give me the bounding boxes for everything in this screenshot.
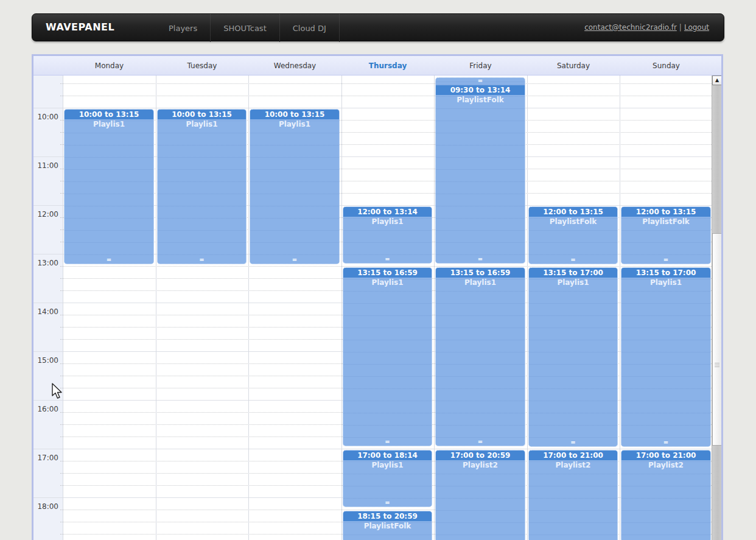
- scrollbar[interactable]: ▲: [712, 75, 721, 540]
- resize-handle-bottom[interactable]: =: [621, 258, 710, 263]
- resize-handle-bottom[interactable]: =: [158, 258, 246, 263]
- event-title: Playlist2: [436, 461, 525, 469]
- calendar-event[interactable]: 13:15 to 17:00Playlis1=: [528, 267, 618, 447]
- event-title: Playlis1: [65, 120, 153, 128]
- resize-handle-bottom[interactable]: =: [529, 258, 617, 263]
- calendar-event[interactable]: 17:00 to 21:00Playlist2=: [528, 450, 618, 540]
- event-title: Playlis1: [436, 278, 525, 287]
- event-time-range: 17:00 to 21:00: [621, 451, 710, 460]
- calendar-event[interactable]: 12:00 to 13:15PlaylistFolk=: [528, 206, 618, 264]
- wavepanel-app: WAVEPANEL Players SHOUTcast Cloud DJ con…: [0, 0, 756, 540]
- event-time-range: 13:15 to 16:59: [343, 268, 432, 278]
- nav-item-clouddj[interactable]: Cloud DJ: [280, 14, 340, 42]
- calendar-event[interactable]: 10:00 to 13:15Playlis1=: [157, 109, 247, 264]
- calendar-event[interactable]: 13:15 to 16:59Playlis1=: [343, 267, 432, 446]
- event-time-range: 09:30 to 13:14: [436, 85, 525, 95]
- calendar-grid: 10:0011:0012:0013:0014:0015:0016:0017:00…: [33, 75, 721, 540]
- logout-link[interactable]: Logout: [684, 23, 709, 32]
- event-time-range: 17:00 to 20:59: [436, 451, 525, 460]
- day-header-wednesday: Wednesday: [248, 56, 341, 75]
- calendar-event[interactable]: 12:00 to 13:14Playlis1=: [343, 206, 432, 264]
- time-label: 11:00: [33, 161, 58, 170]
- event-title: Playlis1: [250, 120, 339, 128]
- day-header-sunday: Sunday: [620, 56, 713, 75]
- account-separator: |: [677, 23, 684, 32]
- nav-item-players[interactable]: Players: [156, 14, 211, 42]
- event-title: Playlist2: [529, 461, 617, 469]
- time-label: 15:00: [33, 356, 58, 365]
- main-nav: Players SHOUTcast Cloud DJ: [156, 14, 340, 42]
- nav-item-shoutcast[interactable]: SHOUTcast: [211, 14, 280, 42]
- resize-handle-bottom[interactable]: =: [250, 258, 339, 263]
- day-header-thursday: Thursday: [341, 56, 434, 75]
- calendar-event[interactable]: 10:00 to 13:15Playlis1=: [250, 109, 340, 264]
- event-title: Playlis1: [529, 278, 617, 287]
- event-time-range: 13:15 to 17:00: [529, 268, 617, 278]
- event-time-range: 17:00 to 18:14: [343, 451, 432, 460]
- event-time-range: 10:00 to 13:15: [158, 110, 246, 119]
- resize-handle-top[interactable]: =: [436, 78, 525, 85]
- day-header-monday: Monday: [63, 56, 156, 75]
- event-time-range: 12:00 to 13:14: [343, 207, 432, 217]
- scrollbar-thumb[interactable]: [712, 233, 721, 446]
- resize-handle-bottom[interactable]: =: [621, 440, 710, 446]
- time-label: 13:00: [33, 259, 58, 267]
- scrollbar-grip: [715, 363, 719, 368]
- top-navigation-bar: WAVEPANEL Players SHOUTcast Cloud DJ con…: [32, 13, 724, 41]
- day-header-row: MondayTuesdayWednesdayThursdayFridaySatu…: [33, 56, 721, 75]
- event-title: Playlis1: [158, 120, 246, 128]
- event-time-range: 12:00 to 13:15: [621, 207, 710, 217]
- resize-handle-bottom[interactable]: =: [343, 257, 432, 262]
- calendar-event[interactable]: 17:00 to 20:59Playlist2=: [435, 450, 525, 540]
- event-title: Playlis1: [343, 217, 432, 226]
- time-label: 16:00: [33, 405, 58, 413]
- scroll-up-button[interactable]: ▲: [712, 75, 721, 85]
- event-time-range: 13:15 to 17:00: [621, 268, 710, 278]
- calendar-event[interactable]: =09:30 to 13:14PlaylistFolk=: [435, 77, 525, 264]
- event-title: Playlis1: [343, 278, 432, 287]
- event-time-range: 17:00 to 21:00: [529, 451, 617, 460]
- resize-handle-bottom[interactable]: =: [65, 258, 153, 263]
- event-time-range: 12:00 to 13:15: [529, 207, 617, 217]
- calendar-event[interactable]: 10:00 to 13:15Playlis1=: [64, 109, 154, 264]
- day-header-tuesday: Tuesday: [156, 56, 248, 75]
- nav-link-shoutcast[interactable]: SHOUTcast: [223, 24, 267, 33]
- resize-handle-bottom[interactable]: =: [343, 500, 432, 506]
- nav-link-players[interactable]: Players: [169, 24, 197, 33]
- time-label: 17:00: [33, 454, 58, 462]
- account-email-link[interactable]: contact@technic2radio.fr: [584, 23, 677, 32]
- event-time-range: 10:00 to 13:15: [250, 110, 339, 119]
- event-time-range: 10:00 to 13:15: [65, 110, 153, 119]
- event-title: Playlis1: [343, 461, 432, 469]
- event-title: Playlis1: [621, 278, 710, 287]
- resize-handle-bottom[interactable]: =: [436, 257, 525, 262]
- time-label: 14:00: [33, 307, 58, 316]
- time-label: 10:00: [33, 113, 58, 121]
- calendar-event[interactable]: 12:00 to 13:15PlaylistFolk=: [621, 206, 711, 264]
- account-area: contact@technic2radio.fr|Logout: [584, 14, 709, 41]
- event-time-range: 13:15 to 16:59: [436, 268, 525, 278]
- mouse-cursor: [51, 383, 63, 401]
- event-title: PlaylistFolk: [621, 217, 710, 226]
- day-header-saturday: Saturday: [527, 56, 620, 75]
- calendar-event[interactable]: 18:15 to 20:59PlaylistFolk=: [343, 511, 432, 540]
- resize-handle-bottom[interactable]: =: [529, 440, 617, 446]
- time-label: 12:00: [33, 210, 58, 219]
- calendar-event[interactable]: 13:15 to 16:59Playlis1=: [435, 267, 525, 446]
- calendar-event[interactable]: 17:00 to 21:00Playlist2=: [621, 450, 711, 540]
- event-title: Playlist2: [621, 461, 710, 469]
- calendar-panel: MondayTuesdayWednesdayThursdayFridaySatu…: [32, 54, 723, 540]
- event-title: PlaylistFolk: [529, 217, 617, 226]
- resize-handle-bottom[interactable]: =: [436, 440, 525, 445]
- resize-handle-bottom[interactable]: =: [343, 440, 432, 445]
- brand-logo: WAVEPANEL: [46, 14, 114, 41]
- day-header-friday: Friday: [434, 56, 527, 75]
- nav-link-clouddj[interactable]: Cloud DJ: [293, 24, 326, 33]
- time-label: 18:00: [33, 502, 58, 511]
- event-title: PlaylistFolk: [436, 96, 525, 104]
- calendar-event[interactable]: 13:15 to 17:00Playlis1=: [621, 267, 711, 447]
- event-time-range: 18:15 to 20:59: [343, 511, 432, 521]
- calendar-event[interactable]: 17:00 to 18:14Playlis1=: [343, 450, 432, 507]
- event-title: PlaylistFolk: [343, 522, 432, 530]
